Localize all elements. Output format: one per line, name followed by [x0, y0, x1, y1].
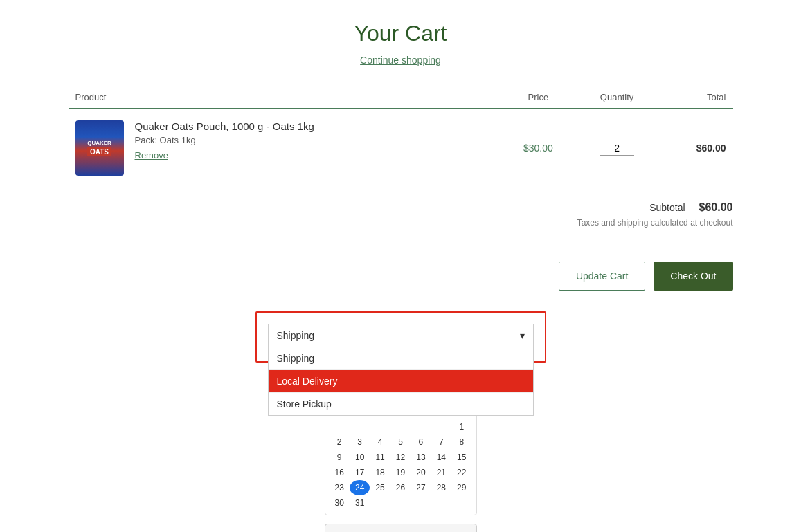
- calendar-day[interactable]: 9: [330, 450, 350, 465]
- product-image: QUAKER OATS: [75, 120, 124, 176]
- calendar-day: [330, 419, 350, 434]
- calendar-grid: Su Mo Tu We Th Fr Sa 1234567891011121314…: [325, 401, 476, 515]
- calendar-day: [350, 419, 370, 434]
- time-select-wrapper: 08:00 AM09:00 AM10:00 AM11:00 AM12:00 PM…: [325, 524, 477, 532]
- calendar-day[interactable]: 29: [451, 480, 471, 495]
- calendar-day[interactable]: 22: [451, 465, 471, 480]
- col-header-price: Price: [501, 86, 576, 109]
- tax-note: Taxes and shipping calculated at checkou…: [577, 218, 733, 228]
- continue-shopping-link[interactable]: Continue shopping: [69, 55, 733, 66]
- calendar-day[interactable]: 2: [330, 434, 350, 450]
- item-total: $60.00: [658, 109, 733, 187]
- col-header-quantity: Quantity: [575, 86, 658, 109]
- calendar-day: [411, 419, 431, 434]
- checkout-button[interactable]: Check Out: [654, 262, 732, 291]
- update-cart-button[interactable]: Update Cart: [559, 262, 645, 291]
- calendar-day: [390, 495, 411, 511]
- calendar-day[interactable]: 23: [330, 480, 350, 495]
- calendar-day: [370, 495, 390, 511]
- cart-table: Product Price Quantity Total QUAKER OATS: [69, 86, 733, 187]
- calendar-day[interactable]: 4: [370, 434, 390, 450]
- calendar-day[interactable]: 5: [390, 434, 411, 450]
- time-section: 08:00 AM09:00 AM10:00 AM11:00 AM12:00 PM…: [69, 524, 733, 532]
- subtotal-label: Subtotal: [649, 202, 685, 213]
- shipping-dropdown: Shipping Local Delivery Store Pickup: [268, 347, 534, 416]
- product-pack: Pack: Oats 1kg: [135, 135, 494, 145]
- calendar-day[interactable]: 30: [330, 495, 350, 511]
- shipping-selected-label: Shipping: [277, 330, 315, 341]
- calendar-day[interactable]: 24: [350, 480, 370, 495]
- shipping-section: Shipping ▾ Shipping Local Delivery Store…: [69, 311, 733, 363]
- calendar-day[interactable]: 12: [390, 450, 411, 465]
- product-cell: QUAKER OATS Quaker Oats Pouch, 1000 g - …: [75, 120, 494, 176]
- calendar-day[interactable]: 17: [350, 465, 370, 480]
- quantity-input[interactable]: [600, 141, 634, 156]
- shipping-select-display[interactable]: Shipping ▾: [268, 324, 534, 347]
- shipping-option-store-pickup[interactable]: Store Pickup: [269, 393, 533, 415]
- col-header-total: Total: [658, 86, 733, 109]
- calendar-day[interactable]: 19: [390, 465, 411, 480]
- shipping-option-local-delivery[interactable]: Local Delivery: [269, 370, 533, 393]
- calendar-day[interactable]: 3: [350, 434, 370, 450]
- calendar-day: [411, 495, 431, 511]
- calendar-day[interactable]: 6: [411, 434, 431, 450]
- calendar-day[interactable]: 27: [411, 480, 431, 495]
- subtotal-value: $60.00: [699, 201, 733, 214]
- calendar-day[interactable]: 1: [451, 419, 471, 434]
- cart-summary: Subtotal $60.00 Taxes and shipping calcu…: [69, 201, 733, 250]
- calendar-day[interactable]: 16: [330, 465, 350, 480]
- cart-actions: Update Cart Check Out: [69, 262, 733, 291]
- calendar-day[interactable]: 18: [370, 465, 390, 480]
- item-quantity-cell: [575, 109, 658, 187]
- calendar-day[interactable]: 13: [411, 450, 431, 465]
- subtotal-row: Subtotal $60.00: [649, 201, 732, 214]
- col-header-product: Product: [69, 86, 501, 109]
- item-price: $30.00: [501, 109, 576, 187]
- calendar-day[interactable]: 25: [370, 480, 390, 495]
- time-select[interactable]: 08:00 AM09:00 AM10:00 AM11:00 AM12:00 PM…: [325, 524, 477, 532]
- product-details: Quaker Oats Pouch, 1000 g - Oats 1kg Pac…: [135, 120, 494, 160]
- calendar-day[interactable]: 11: [370, 450, 390, 465]
- shipping-option-shipping[interactable]: Shipping: [269, 347, 533, 370]
- page-title: Your Cart: [69, 21, 733, 46]
- calendar-day[interactable]: 7: [431, 434, 451, 450]
- calendar-day[interactable]: 28: [431, 480, 451, 495]
- dropdown-arrow-icon: ▾: [520, 330, 525, 341]
- calendar-day: [390, 419, 411, 434]
- calendar-day: [431, 419, 451, 434]
- calendar-day[interactable]: 10: [350, 450, 370, 465]
- calendar-day[interactable]: 31: [350, 495, 370, 511]
- calendar-day: [370, 419, 390, 434]
- table-row: QUAKER OATS Quaker Oats Pouch, 1000 g - …: [69, 109, 733, 187]
- calendar-day: [431, 495, 451, 511]
- calendar-day[interactable]: 26: [390, 480, 411, 495]
- calendar-days: 1234567891011121314151617181920212223242…: [330, 419, 472, 511]
- shipping-outer: Shipping ▾ Shipping Local Delivery Store…: [255, 311, 546, 363]
- calendar-day[interactable]: 20: [411, 465, 431, 480]
- calendar-day[interactable]: 14: [431, 450, 451, 465]
- shipping-select-wrapper: Shipping ▾ Shipping Local Delivery Store…: [268, 324, 534, 347]
- product-name: Quaker Oats Pouch, 1000 g - Oats 1kg: [135, 120, 494, 132]
- calendar-day[interactable]: 8: [451, 434, 471, 450]
- calendar-day[interactable]: 15: [451, 450, 471, 465]
- calendar-day: [451, 495, 471, 511]
- remove-link[interactable]: Remove: [135, 150, 168, 160]
- calendar-day[interactable]: 21: [431, 465, 451, 480]
